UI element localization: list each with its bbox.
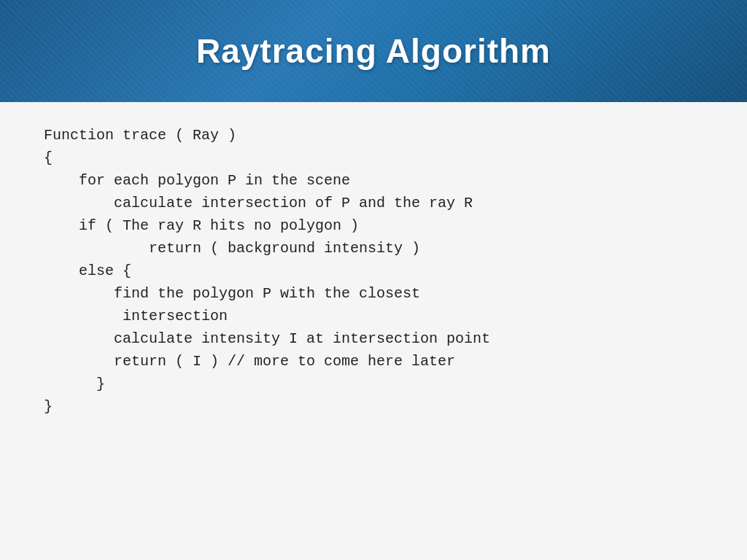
code-block: Function trace ( Ray ) { for each polygo… (44, 124, 490, 418)
slide-title: Raytracing Algorithm (196, 31, 551, 71)
slide-header: Raytracing Algorithm (0, 0, 747, 102)
slide: Raytracing Algorithm Function trace ( Ra… (0, 0, 747, 560)
slide-content: Function trace ( Ray ) { for each polygo… (0, 102, 747, 560)
